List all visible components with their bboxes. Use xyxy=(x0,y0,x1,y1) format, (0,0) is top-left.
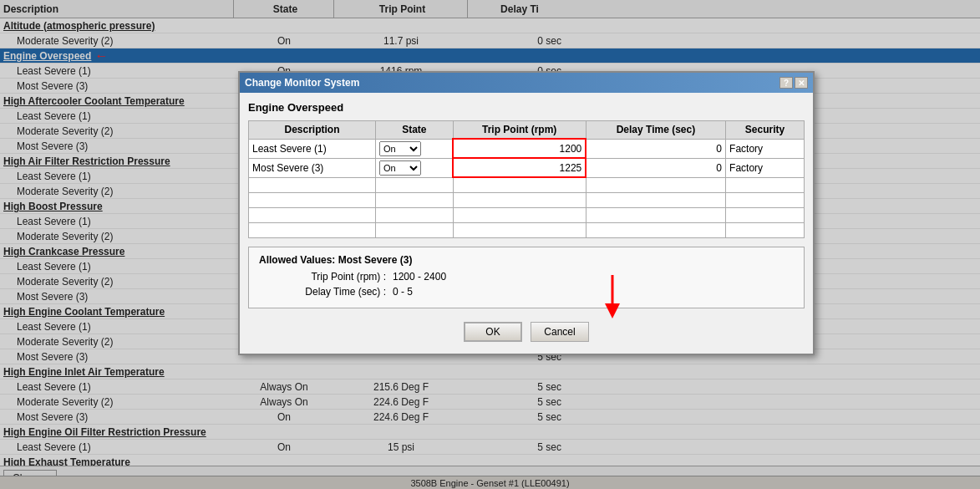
allowed-values-section: Allowed Values: Most Severe (3) Trip Poi… xyxy=(248,247,805,308)
dialog: Change Monitor System ? ✕ Engine Overspe… xyxy=(238,71,815,355)
red-arrow-annotation xyxy=(587,271,637,321)
dialog-subtitle: Engine Overspeed xyxy=(248,101,805,114)
dialog-title: Change Monitor System xyxy=(245,77,359,89)
allowed-trip-row: Trip Point (rpm) : 1200 - 2400 xyxy=(259,271,794,283)
help-button[interactable]: ? xyxy=(779,77,793,89)
table-row: Least Severe (1) On Off Always On 1200 0… xyxy=(249,139,805,158)
table-row-empty xyxy=(249,222,805,237)
allowed-delay-row: Delay Time (sec) : 0 - 5 xyxy=(259,286,794,298)
table-row: Most Severe (3) On Off Always On 1225 0 … xyxy=(249,158,805,177)
td-trip-1[interactable]: 1200 xyxy=(453,139,586,158)
td-trip-2[interactable]: 1225 xyxy=(453,158,586,177)
dialog-content: Engine Overspeed Description State Trip … xyxy=(240,93,813,354)
td-state-1[interactable]: On Off Always On xyxy=(376,139,454,158)
th-delay: Delay Time (sec) xyxy=(586,121,725,140)
inner-table: Description State Trip Point (rpm) Delay… xyxy=(248,120,805,238)
close-button[interactable]: ✕ xyxy=(795,77,808,89)
ok-button[interactable]: OK xyxy=(464,322,522,342)
table-row-empty xyxy=(249,192,805,207)
table-row-empty xyxy=(249,177,805,192)
table-row-empty xyxy=(249,207,805,222)
td-delay-2: 0 xyxy=(586,158,725,177)
td-desc-1: Least Severe (1) xyxy=(249,139,376,158)
titlebar-buttons: ? ✕ xyxy=(779,77,808,89)
allowed-trip-value: 1200 - 2400 xyxy=(393,271,446,283)
td-delay-1: 0 xyxy=(586,139,725,158)
td-security-1: Factory xyxy=(726,139,805,158)
th-description: Description xyxy=(249,121,376,140)
th-security: Security xyxy=(726,121,805,140)
td-state-2[interactable]: On Off Always On xyxy=(376,158,454,177)
td-security-2: Factory xyxy=(726,158,805,177)
td-desc-2: Most Severe (3) xyxy=(249,158,376,177)
th-state: State xyxy=(376,121,454,140)
allowed-title: Allowed Values: Most Severe (3) xyxy=(259,254,794,266)
state-select-2[interactable]: On Off Always On xyxy=(379,160,421,176)
cancel-button[interactable]: Cancel xyxy=(531,322,589,342)
allowed-trip-label: Trip Point (rpm) : xyxy=(259,271,393,283)
allowed-delay-label: Delay Time (sec) : xyxy=(259,286,393,298)
th-trip: Trip Point (rpm) xyxy=(453,121,586,140)
modal-overlay: Change Monitor System ? ✕ Engine Overspe… xyxy=(0,0,980,489)
dialog-titlebar: Change Monitor System ? ✕ xyxy=(240,73,813,93)
state-select-1[interactable]: On Off Always On xyxy=(379,141,421,156)
dialog-buttons: OK Cancel xyxy=(248,317,805,345)
allowed-delay-value: 0 - 5 xyxy=(393,286,413,298)
